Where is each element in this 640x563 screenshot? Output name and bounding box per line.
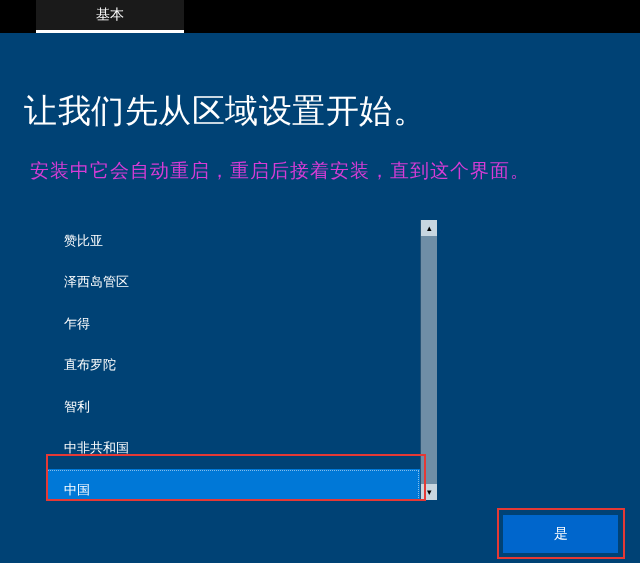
region-label: 中国 bbox=[64, 481, 90, 499]
yes-button[interactable]: 是 bbox=[503, 515, 618, 553]
region-label: 直布罗陀 bbox=[64, 356, 116, 374]
region-item[interactable]: 乍得 bbox=[46, 303, 420, 345]
region-item[interactable]: 直布罗陀 bbox=[46, 345, 420, 387]
region-item[interactable]: 中国 bbox=[46, 469, 420, 500]
scroll-down-button[interactable]: ▾ bbox=[421, 484, 437, 500]
region-item[interactable]: 泽西岛管区 bbox=[46, 262, 420, 304]
region-listbox-container: 赞比亚泽西岛管区乍得直布罗陀智利中非共和国中国 ▴ ▾ bbox=[46, 220, 436, 500]
region-label: 智利 bbox=[64, 398, 90, 416]
scroll-up-button[interactable]: ▴ bbox=[421, 220, 437, 236]
region-label: 中非共和国 bbox=[64, 439, 129, 457]
region-item[interactable]: 中非共和国 bbox=[46, 428, 420, 470]
tab-label: 基本 bbox=[96, 6, 124, 24]
annotation-text: 安装中它会自动重启，重启后接着安装，直到这个界面。 bbox=[30, 158, 616, 184]
region-label: 赞比亚 bbox=[64, 232, 103, 250]
tab-basic[interactable]: 基本 bbox=[36, 0, 184, 33]
top-bar: 基本 bbox=[0, 0, 640, 33]
region-item[interactable]: 智利 bbox=[46, 386, 420, 428]
scroll-thumb[interactable] bbox=[421, 236, 437, 484]
region-label: 乍得 bbox=[64, 315, 90, 333]
yes-button-label: 是 bbox=[554, 525, 568, 543]
scrollbar: ▴ ▾ bbox=[420, 220, 436, 500]
content-area: 让我们先从区域设置开始。 安装中它会自动重启，重启后接着安装，直到这个界面。 赞… bbox=[0, 89, 640, 500]
region-listbox[interactable]: 赞比亚泽西岛管区乍得直布罗陀智利中非共和国中国 bbox=[46, 220, 420, 500]
region-item[interactable]: 赞比亚 bbox=[46, 220, 420, 262]
page-title: 让我们先从区域设置开始。 bbox=[24, 89, 616, 134]
region-label: 泽西岛管区 bbox=[64, 273, 129, 291]
